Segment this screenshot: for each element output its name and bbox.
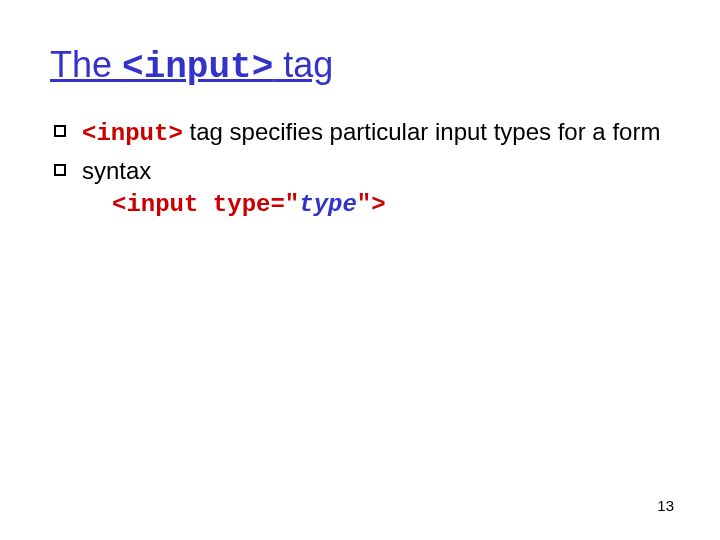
- bullet-list: <input> tag specifies particular input t…: [50, 116, 670, 187]
- slide-title: The <input> tag: [50, 44, 670, 88]
- title-code: <input>: [122, 47, 273, 88]
- code-close: >: [371, 191, 385, 218]
- title-pre: The: [50, 44, 122, 85]
- title-post: tag: [273, 44, 333, 85]
- code-open: <: [112, 191, 126, 218]
- bullet-text: syntax: [82, 157, 151, 184]
- code-tag: input: [126, 191, 198, 218]
- code-attr: type=: [213, 191, 285, 218]
- code-space: [198, 191, 212, 218]
- bullet-item: <input> tag specifies particular input t…: [54, 116, 670, 150]
- code-quote-open: ": [285, 191, 299, 218]
- slide: The <input> tag <input> tag specifies pa…: [0, 0, 720, 540]
- page-number: 13: [657, 497, 674, 514]
- bullet-text: tag specifies particular input types for…: [183, 118, 661, 145]
- code-quote-close: ": [357, 191, 371, 218]
- bullet-item: syntax: [54, 155, 670, 187]
- bullet-code: <input>: [82, 120, 183, 147]
- code-val: type: [299, 191, 357, 218]
- code-example: <input type="type">: [112, 191, 670, 218]
